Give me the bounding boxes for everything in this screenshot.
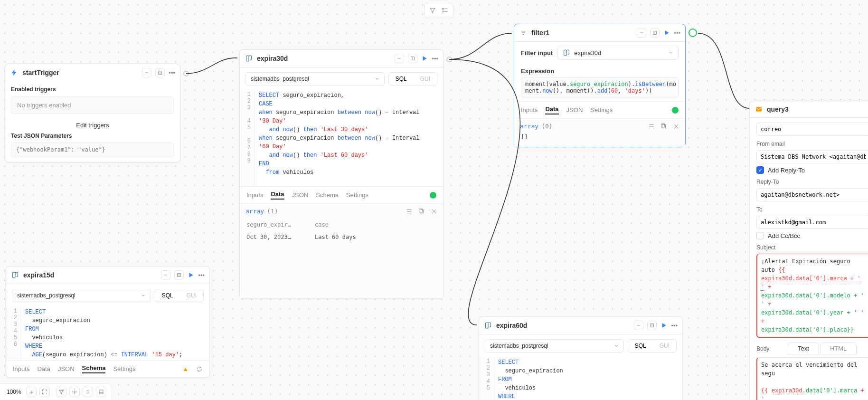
gui-mode-button[interactable]: GUI xyxy=(180,289,203,302)
edit-triggers-button[interactable]: Edit triggers xyxy=(11,118,174,133)
reply-to-label: Reply-To xyxy=(756,179,868,185)
body-tab-text[interactable]: Text xyxy=(788,343,819,354)
reply-to-input[interactable] xyxy=(756,188,868,201)
collapse-all-icon[interactable] xyxy=(83,387,93,397)
tab-data[interactable]: Data xyxy=(271,190,284,200)
db-name: sistemadbs_postgresql xyxy=(490,343,548,349)
zoom-level: 100% xyxy=(5,389,23,395)
json-params-input[interactable] xyxy=(11,142,174,157)
panel-button[interactable] xyxy=(155,68,165,77)
tab-inputs[interactable]: Inputs xyxy=(521,106,538,114)
no-triggers-box: No triggers enabled xyxy=(11,96,174,114)
to-input[interactable] xyxy=(756,216,868,229)
fit-button[interactable] xyxy=(39,387,50,397)
panel-icon[interactable] xyxy=(96,387,106,397)
add-reply-to-checkbox[interactable]: ✓ xyxy=(756,166,764,174)
sql-mode-button[interactable]: SQL xyxy=(155,289,180,302)
tab-settings[interactable]: Settings xyxy=(346,191,368,199)
center-icon[interactable] xyxy=(69,387,80,397)
svg-rect-17 xyxy=(419,209,423,212)
collapse-button[interactable] xyxy=(637,28,646,38)
db-select[interactable]: sistemadbs_postgresql xyxy=(485,339,624,352)
mode-toggle: SQL GUI xyxy=(388,72,437,86)
zoom-in-button[interactable]: + xyxy=(26,387,37,397)
sql-mode-button[interactable]: SQL xyxy=(628,340,653,352)
tab-inputs[interactable]: Inputs xyxy=(246,191,263,199)
collapse-button[interactable] xyxy=(161,270,170,280)
tab-schema[interactable]: Schema xyxy=(82,364,106,373)
panel-button[interactable] xyxy=(650,28,660,38)
zoom-toolbar: 100% + xyxy=(0,383,112,400)
gui-mode-button[interactable]: GUI xyxy=(414,73,437,85)
flow-view-icon[interactable] xyxy=(427,5,438,16)
tab-settings[interactable]: Settings xyxy=(590,106,613,114)
expression-editor[interactable]: moment(value.seguro_expiracion).isBetwee… xyxy=(521,77,679,97)
chevron-down-icon xyxy=(614,343,619,348)
more-icon[interactable]: ••• xyxy=(169,69,175,76)
resource-input[interactable] xyxy=(756,123,868,136)
collapse-button[interactable] xyxy=(395,54,404,63)
tab-json[interactable]: JSON xyxy=(566,106,583,114)
expand-icon[interactable] xyxy=(418,208,425,215)
collapse-button[interactable] xyxy=(142,68,151,77)
panel-button[interactable] xyxy=(174,270,184,280)
more-icon[interactable]: ••• xyxy=(198,272,205,279)
tab-settings[interactable]: Settings xyxy=(113,365,135,372)
refresh-icon[interactable] xyxy=(196,366,203,372)
more-icon[interactable]: ••• xyxy=(671,322,678,329)
mode-toggle: SQL GUI xyxy=(628,339,677,352)
db-select[interactable]: sistemadbs_postgresql xyxy=(12,289,151,302)
lightning-icon xyxy=(10,68,19,77)
output-connector[interactable] xyxy=(183,71,189,76)
sql-editor[interactable]: 123456789 SELECT seguro_expiracion, CASE… xyxy=(240,90,443,186)
sql-editor[interactable]: 123456 SELECT seguro_expiracion FROM veh… xyxy=(6,307,209,360)
run-button[interactable] xyxy=(421,55,428,62)
sql-editor[interactable]: 12345 SELECT seguro_expiracion FROM vehi… xyxy=(479,357,682,400)
columns-icon[interactable] xyxy=(648,123,655,130)
panel-button[interactable] xyxy=(408,54,417,63)
tab-data[interactable]: Data xyxy=(37,365,50,372)
graph-icon[interactable] xyxy=(56,387,66,397)
more-icon[interactable]: ••• xyxy=(674,29,680,37)
result-type: array xyxy=(520,123,538,130)
db-select[interactable]: sistemadbs_postgresql xyxy=(245,72,385,86)
node-query3: query3 From email ✓ Add Reply-To Reply-T… xyxy=(749,101,868,400)
list-view-icon[interactable] xyxy=(440,5,450,16)
gui-mode-button[interactable]: GUI xyxy=(653,340,676,352)
sql-mode-button[interactable]: SQL xyxy=(389,73,414,85)
warning-icon[interactable]: ▲ xyxy=(182,365,189,372)
run-button[interactable] xyxy=(188,272,194,278)
columns-icon[interactable] xyxy=(406,208,413,215)
filter-input-select[interactable]: expira30d xyxy=(557,46,679,60)
svg-rect-29 xyxy=(662,124,666,128)
body-editor[interactable]: Se acerca el vencimiento del segu{{ expi… xyxy=(756,357,868,400)
postgres-icon xyxy=(11,271,19,279)
tab-json[interactable]: JSON xyxy=(58,365,75,372)
run-button[interactable] xyxy=(663,29,670,36)
subject-editor[interactable]: ¡Alerta! Expiración seguro auto {{expira… xyxy=(756,254,868,338)
output-connector-success[interactable] xyxy=(689,29,697,37)
panel-button[interactable] xyxy=(647,321,657,330)
node-expira60d: expira60d ••• sistemadbs_postgresql SQL … xyxy=(479,316,683,400)
run-button[interactable] xyxy=(660,322,667,329)
tab-json[interactable]: JSON xyxy=(292,191,309,199)
from-input[interactable] xyxy=(756,150,868,163)
close-icon[interactable] xyxy=(431,208,437,215)
add-cc-bcc-checkbox[interactable] xyxy=(756,232,764,239)
collapse-button[interactable] xyxy=(634,321,643,330)
node-expira15d: expira15d ••• sistemadbs_postgresql SQL … xyxy=(6,266,210,378)
output-connector[interactable] xyxy=(446,57,452,62)
expand-icon[interactable] xyxy=(660,123,667,130)
col-0-header: seguro_expir… xyxy=(246,221,303,228)
node-title: expira30d xyxy=(257,55,391,62)
svg-point-40 xyxy=(59,390,60,391)
postgres-icon xyxy=(245,54,253,63)
tab-data[interactable]: Data xyxy=(545,105,558,114)
more-icon[interactable]: ••• xyxy=(432,55,438,62)
result-tabs: Inputs Data JSON Schema Settings ▲ xyxy=(6,360,209,377)
node-start-trigger: startTrigger ••• Enabled triggers No tri… xyxy=(5,64,180,162)
tab-inputs[interactable]: Inputs xyxy=(13,365,29,372)
close-icon[interactable] xyxy=(673,123,679,130)
body-tab-html[interactable]: HTML xyxy=(820,343,857,354)
tab-schema[interactable]: Schema xyxy=(316,191,339,199)
